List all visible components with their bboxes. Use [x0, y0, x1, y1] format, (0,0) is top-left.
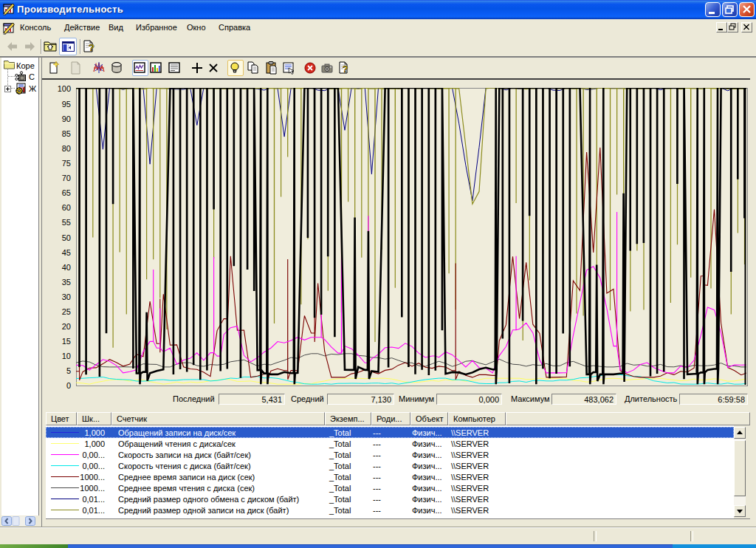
svg-text:?: ? — [89, 42, 94, 53]
svg-text:?: ? — [343, 64, 348, 75]
